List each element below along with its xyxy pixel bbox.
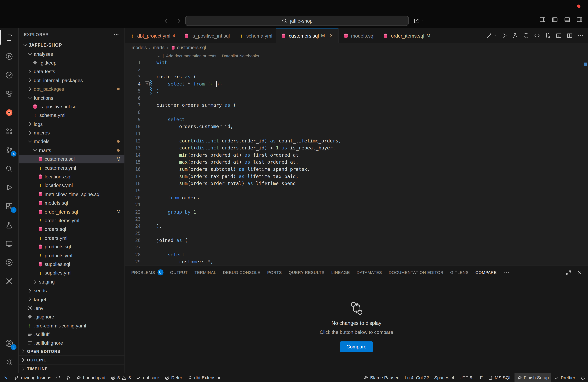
tree-item-products.sql[interactable]: products.sql <box>19 242 125 251</box>
close-panel-icon[interactable] <box>577 269 583 275</box>
tree-item-order_items.sql[interactable]: order_items.sqlM <box>19 207 125 216</box>
activity-extensions[interactable]: 1 <box>0 197 18 215</box>
tree-item-metricflow_time_spine.sql[interactable]: metricflow_time_spine.sql <box>19 190 125 199</box>
activity-grid-dots[interactable] <box>0 122 18 140</box>
code-line-29[interactable]: 29 customers.*, <box>125 258 588 265</box>
split-editor-button[interactable] <box>567 33 573 38</box>
tree-item-dbt_internal_packages[interactable]: dbt_internal_packages <box>19 76 125 85</box>
tree-item-supplies.yml[interactable]: !supplies.yml <box>19 269 125 278</box>
activity-search[interactable] <box>0 159 18 178</box>
tab-order_items.sql[interactable]: order_items.sqlM <box>378 28 434 43</box>
code-line-2[interactable]: 2 <box>125 66 588 73</box>
status-notifications-bell[interactable] <box>578 373 588 382</box>
panel-tab-documentation-editor[interactable]: DOCUMENTATION EDITOR <box>389 266 444 279</box>
tree-item-supplies.sql[interactable]: supplies.sql <box>19 260 125 269</box>
tree-item-.env[interactable]: .env <box>19 304 125 312</box>
code-line-17[interactable]: 17 sum(orders.tax_paid) as lifetime_tax_… <box>125 173 588 180</box>
magic-wand-dropdown-button[interactable] <box>486 33 497 38</box>
tree-item-.pre-commit-config.yaml[interactable]: !.pre-commit-config.yaml <box>19 321 125 330</box>
tree-item-locations.sql[interactable]: locations.sql <box>19 172 125 181</box>
toggle-primary-sidebar-icon[interactable] <box>552 17 558 23</box>
toggle-secondary-sidebar-icon[interactable] <box>576 17 583 23</box>
share-button[interactable] <box>413 18 424 24</box>
status-sync-changes[interactable] <box>53 373 63 382</box>
activity-rings-extension[interactable] <box>0 253 18 272</box>
code-line-25[interactable]: 25 <box>125 229 588 237</box>
panel-tab-debug-console[interactable]: DEBUG CONSOLE <box>223 266 260 279</box>
code-line-3[interactable]: 3customers as ( <box>125 73 588 80</box>
panel-tab-problems[interactable]: PROBLEMS8 <box>131 266 163 279</box>
code-line-23[interactable]: 23 <box>125 215 588 223</box>
layout-columns-icon[interactable] <box>539 17 546 23</box>
status-git-branch[interactable]: mwong-fusion* <box>12 373 53 382</box>
explorer-more-actions-icon[interactable] <box>113 32 119 38</box>
code-line-7[interactable]: 7customer_orders_summary as ( <box>125 101 588 109</box>
code-line-6[interactable]: 6 <box>125 95 588 102</box>
tab-dbt_project.yml[interactable]: !dbt_project.yml4 <box>125 28 179 43</box>
test-beaker-button[interactable] <box>512 33 518 38</box>
tree-item-.sqlfluffignore[interactable]: .sqlfluffignore <box>19 339 125 347</box>
tree-item-target[interactable]: target <box>19 295 125 304</box>
toggle-panel-icon[interactable] <box>564 17 570 23</box>
code-line-21[interactable]: 21 <box>125 201 588 208</box>
activity-source-control[interactable]: 4 <box>0 140 18 159</box>
status-remote-indicator[interactable] <box>0 373 12 382</box>
tab-schema.yml[interactable]: !schema.yml <box>234 28 277 43</box>
code-line-20[interactable]: 20 from orders <box>125 194 588 201</box>
tree-item-.gitkeep[interactable]: .gitkeep <box>19 58 125 67</box>
sidebar-section-outline[interactable]: OUTLINE <box>19 355 125 364</box>
panel-tab-ports[interactable]: PORTS <box>267 266 282 279</box>
tree-item-marts[interactable]: marts <box>19 146 125 155</box>
shield-button[interactable] <box>523 33 529 38</box>
panel-tab-compare[interactable]: COMPARE <box>475 266 497 279</box>
code-line-12[interactable]: 12 count(distinct orders.order_id) as co… <box>125 137 588 144</box>
tree-item-analyses[interactable]: analyses <box>19 50 125 58</box>
tree-item-customers.yml[interactable]: !customers.yml <box>19 163 125 172</box>
activity-testing[interactable] <box>0 215 18 234</box>
editor-scrollbar[interactable] <box>583 52 588 266</box>
tree-item-staging[interactable]: staging <box>19 278 125 286</box>
status-finish-setup[interactable]: Finish Setup <box>514 373 551 382</box>
codelens-link[interactable]: Datapilot Notebooks <box>222 53 259 58</box>
tree-item-dbt_packages[interactable]: dbt_packages <box>19 85 125 94</box>
code-line-22[interactable]: 22 group by 1 <box>125 208 588 216</box>
tree-item-macros[interactable]: macros <box>19 129 125 137</box>
tree-item-models[interactable]: models <box>19 137 125 146</box>
command-center-search[interactable]: jaffle-shop <box>185 16 409 26</box>
pull-request-button[interactable] <box>545 33 551 38</box>
close-tab-icon[interactable]: × <box>328 32 335 39</box>
status-indentation[interactable]: Spaces: 4 <box>432 373 457 382</box>
run-file-button[interactable] <box>501 33 507 38</box>
nav-back-button[interactable] <box>164 18 170 24</box>
panel-tab-gitlens[interactable]: GITLENS <box>450 266 469 279</box>
tree-item-seeds[interactable]: seeds <box>19 286 125 295</box>
code-line-26[interactable]: 26joined as ( <box>125 237 588 244</box>
code-line-4[interactable]: 4+ select * from {{ }} <box>125 80 588 87</box>
compare-button[interactable]: Compare <box>340 341 373 352</box>
status-dbt-core-status[interactable]: dbt core <box>134 373 162 382</box>
tab-models.sql[interactable]: models.sql <box>339 28 378 43</box>
sidebar-section-timeline[interactable]: TIMELINE <box>19 364 125 373</box>
tree-item-.sqlfluff[interactable]: .sqlfluff <box>19 330 125 339</box>
activity-accounts[interactable]: 1 <box>0 334 18 353</box>
activity-explorer[interactable] <box>0 28 18 47</box>
panel-tab-datamates[interactable]: DATAMATES <box>357 266 382 279</box>
code-line-27[interactable]: 27 <box>125 244 588 251</box>
sidebar-section-open-editors[interactable]: OPEN EDITORS <box>19 347 125 355</box>
code-line-9[interactable]: 9 select <box>125 116 588 123</box>
table-view-button[interactable] <box>556 33 562 38</box>
tree-item-orders.sql[interactable]: orders.sql <box>19 225 125 233</box>
activity-remote-explorer[interactable] <box>0 234 18 253</box>
status-launchpad[interactable]: Launchpad <box>74 373 108 382</box>
status-commit-graph[interactable] <box>63 373 74 382</box>
maximize-panel-icon[interactable] <box>566 269 572 275</box>
nav-forward-button[interactable] <box>175 18 181 24</box>
breadcrumb-item[interactable]: marts <box>153 45 165 50</box>
panel-tab-terminal[interactable]: TERMINAL <box>194 266 216 279</box>
panel-tab-output[interactable]: OUTPUT <box>170 266 188 279</box>
activity-x-extension[interactable] <box>0 271 18 290</box>
tab-customers.sql[interactable]: customers.sqlM× <box>276 28 339 43</box>
tree-item-JAFFLE-SHOP[interactable]: JAFFLE-SHOP <box>19 41 125 50</box>
code-line-16[interactable]: 16 sum(orders.subtotal) as lifetime_spen… <box>125 166 588 173</box>
more-actions-button[interactable] <box>578 33 584 38</box>
